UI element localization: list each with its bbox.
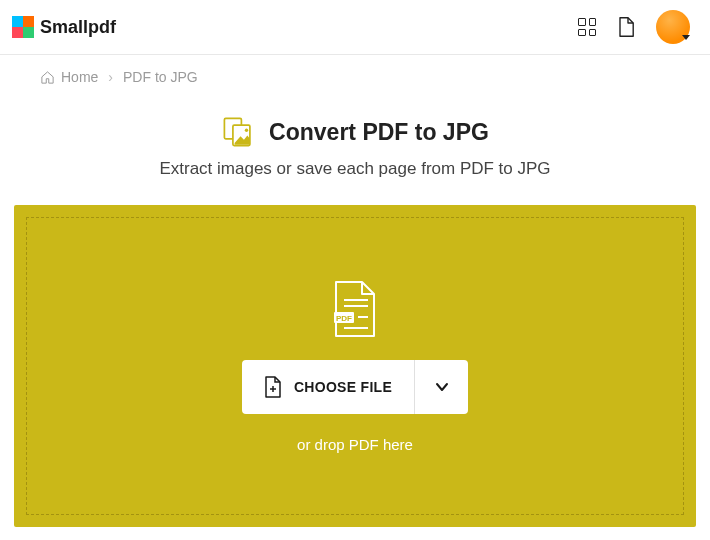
page-subtitle: Extract images or save each page from PD…: [0, 159, 710, 179]
pdf-file-icon: PDF: [332, 280, 378, 338]
brand-logo-icon: [12, 16, 34, 38]
breadcrumb-current: PDF to JPG: [123, 69, 198, 85]
breadcrumb-home-label: Home: [61, 69, 98, 85]
user-avatar-menu[interactable]: [656, 10, 690, 44]
page-title: Convert PDF to JPG: [269, 119, 489, 146]
document-icon[interactable]: [618, 17, 634, 37]
drop-hint: or drop PDF here: [297, 436, 413, 453]
pdf-to-jpg-icon: [221, 115, 255, 149]
brand-name: Smallpdf: [40, 17, 116, 38]
brand-logo-link[interactable]: Smallpdf: [12, 16, 116, 38]
breadcrumb-home-link[interactable]: Home: [40, 69, 98, 85]
svg-text:PDF: PDF: [336, 314, 352, 323]
choose-file-label: CHOOSE FILE: [294, 379, 392, 395]
chevron-down-icon: [435, 380, 449, 394]
svg-point-2: [245, 129, 248, 132]
choose-file-source-dropdown[interactable]: [414, 360, 468, 414]
upload-dropzone[interactable]: PDF CHOOSE FILE or drop PDF here: [14, 205, 696, 527]
choose-file-button[interactable]: CHOOSE FILE: [242, 360, 414, 414]
home-icon: [40, 70, 55, 85]
breadcrumb: Home › PDF to JPG: [0, 55, 710, 85]
breadcrumb-separator: ›: [108, 69, 113, 85]
add-file-icon: [264, 376, 282, 398]
apps-grid-icon[interactable]: [578, 18, 596, 36]
